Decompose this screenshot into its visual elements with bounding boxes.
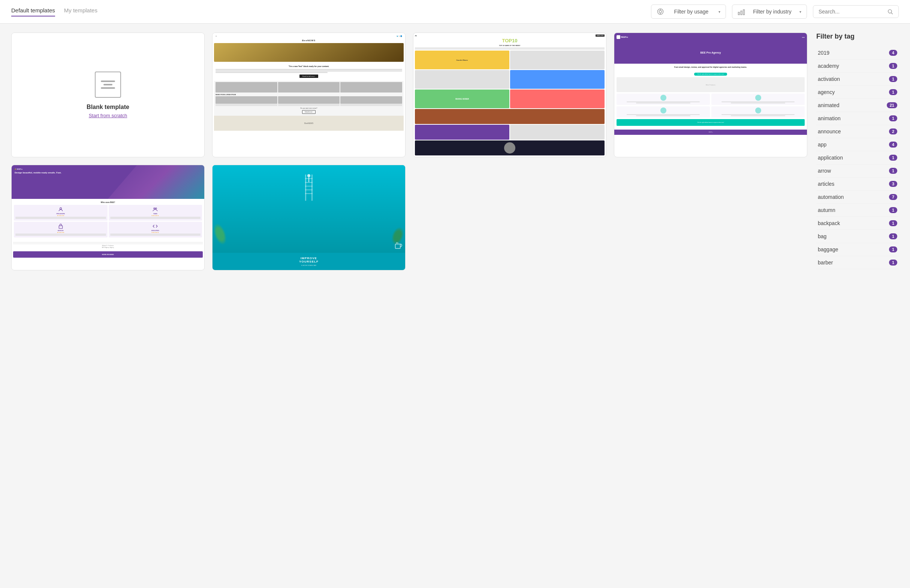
tag-badge-activation: 1 xyxy=(889,76,897,82)
tag-item-academy[interactable]: academy1 xyxy=(816,60,899,73)
beenews-template-card[interactable]: ✦🐦 𝕏 📘 BeeNEWS "I'm a new Text" block re… xyxy=(212,32,406,157)
bee-cell-freelancers: FREELANCERS ★★★★★ xyxy=(14,205,108,221)
ebook-template-card[interactable]: IMPROVEYOURSELF E-BOOK DOWNLOAD xyxy=(212,165,406,270)
bee-cell-developers: DEVELOPERS ★★★★★ xyxy=(109,222,202,237)
ebook-image-area xyxy=(212,165,405,253)
search-input[interactable] xyxy=(819,9,884,15)
beenews-text-line xyxy=(215,72,327,73)
tag-badge-agency: 1 xyxy=(889,89,897,95)
game-cell-6 xyxy=(510,89,604,108)
svg-rect-17 xyxy=(305,186,313,186)
tag-label-arrow: arrow xyxy=(818,168,831,174)
beenews-text-line xyxy=(215,69,402,70)
beenews-hero-image xyxy=(214,43,404,62)
filter-usage-button[interactable]: Filter by usage ▾ xyxy=(651,5,726,19)
beepro-content: Fast email design, review, and approval … xyxy=(614,64,807,129)
tag-badge-articles: 3 xyxy=(889,181,897,187)
ebook-subtitle: E-BOOK DOWNLOAD xyxy=(216,265,402,266)
bee-cta-button: MORE REVIEWS xyxy=(13,251,203,258)
svg-point-11 xyxy=(155,208,157,209)
agencies-stars: ★★★★★ xyxy=(15,231,106,233)
tab-default[interactable]: Default templates xyxy=(11,7,55,16)
tag-item-animation[interactable]: animation1 xyxy=(816,112,899,125)
templates-grid: Blank template Start from scratch ✦🐦 𝕏 📘… xyxy=(11,32,807,270)
beenews-logo: BeeNEWS xyxy=(214,39,404,42)
beenews-cta-button: Read the full story › xyxy=(300,74,319,78)
tag-label-application: application xyxy=(818,155,843,161)
tab-my[interactable]: My templates xyxy=(64,7,97,16)
game-cell-8 xyxy=(415,125,509,140)
feature-1 xyxy=(617,94,710,105)
game-cell-3 xyxy=(415,70,509,89)
tag-item-autumn[interactable]: autumn1 xyxy=(816,204,899,217)
tag-item-automation[interactable]: automation7 xyxy=(816,191,899,204)
teams-stars: ★★★★★ xyxy=(110,215,201,216)
filter-sidebar: Filter by tag 20194academy1activation1ag… xyxy=(816,32,899,270)
tag-badge-automation: 7 xyxy=(889,194,897,200)
tag-item-baggage[interactable]: baggage1 xyxy=(816,243,899,256)
beenews-news-label: NEWS FROM LOREM IPSUM xyxy=(215,94,402,95)
game-cell-1: Gauntlet Blaster xyxy=(415,50,509,69)
beepro-agency-card[interactable]: BEEPro ●●● BEE Pro Agency Fast email des… xyxy=(614,32,807,157)
beepro-footer: BEEPro xyxy=(614,129,807,135)
tag-badge-2019: 4 xyxy=(889,50,897,56)
bee-grid: FREELANCERS ★★★★★ TEAMS ★★★★★ xyxy=(14,205,202,237)
svg-point-9 xyxy=(60,207,62,209)
beepro-preview: BEEPro ●●● BEE Pro Agency Fast email des… xyxy=(614,33,807,135)
beenews-more-news: Do you want more news? xyxy=(215,107,402,109)
game-over-badge: GAME OVER xyxy=(596,34,604,37)
freelancers-stars: ★★★★★ xyxy=(15,215,106,216)
tag-badge-baggage: 1 xyxy=(889,246,897,252)
blank-template-subtitle: Start from scratch xyxy=(89,113,128,118)
beenews-subscribe-btn: Subscribe now › xyxy=(302,110,316,114)
tag-item-agency[interactable]: agency1 xyxy=(816,86,899,99)
tag-badge-academy: 1 xyxy=(889,63,897,69)
main-layout: Blank template Start from scratch ✦🐦 𝕏 📘… xyxy=(0,24,910,279)
tag-label-articles: articles xyxy=(818,181,834,187)
beepro-header: BEEPro ●●● xyxy=(614,33,807,41)
tag-badge-animation: 1 xyxy=(889,115,897,121)
tag-item-barber[interactable]: barber1 xyxy=(816,256,899,269)
game-cell-2 xyxy=(510,50,604,69)
tag-item-app[interactable]: app4 xyxy=(816,138,899,151)
svg-rect-16 xyxy=(305,182,313,183)
feature-2 xyxy=(711,94,805,105)
tabs: Default templates My templates xyxy=(11,7,97,16)
beepro-hero: BEE Pro Agency xyxy=(614,41,807,64)
game-cell-10 xyxy=(415,141,604,155)
game-cell-9 xyxy=(510,125,604,140)
tag-badge-autumn: 1 xyxy=(889,207,897,213)
blank-template-card[interactable]: Blank template Start from scratch xyxy=(11,32,205,157)
filter-industry-button[interactable]: Filter by industry ▾ xyxy=(732,5,807,19)
tag-item-2019[interactable]: 20194 xyxy=(816,47,899,60)
beenews-news-section: NEWS FROM LOREM IPSUM Do you want more n… xyxy=(214,81,404,116)
tag-item-announce[interactable]: announce2 xyxy=(816,125,899,138)
svg-point-7 xyxy=(888,10,892,13)
tag-item-animated[interactable]: animated21 xyxy=(816,99,899,112)
bee-header: 🐝 BEEPro Design beautiful, mobile-ready … xyxy=(11,165,204,199)
bee-cell-agencies: AGENCIES ★★★★★ xyxy=(14,222,108,237)
beenews-footer-image: BeeNEWS xyxy=(214,116,404,131)
ebook-figure xyxy=(298,173,320,204)
tag-badge-bag: 1 xyxy=(889,233,897,239)
tag-item-bag[interactable]: bag1 xyxy=(816,230,899,243)
beepro-features xyxy=(617,94,805,118)
tag-item-backpack[interactable]: backpack1 xyxy=(816,217,899,230)
blank-template-icon xyxy=(95,71,121,98)
tag-label-backpack: backpack xyxy=(818,220,840,226)
tag-item-activation[interactable]: activation1 xyxy=(816,73,899,86)
search-box[interactable] xyxy=(813,5,899,18)
tag-label-bag: bag xyxy=(818,233,826,239)
filter-by-tag-title: Filter by tag xyxy=(816,32,899,40)
tag-item-arrow[interactable]: arrow1 xyxy=(816,165,899,178)
tag-item-application[interactable]: application1 xyxy=(816,151,899,165)
game-template-card[interactable]: 🎮 GAME OVER TOP10 TOP 10 GAME OF THE WEE… xyxy=(413,32,606,157)
tag-badge-barber: 1 xyxy=(889,260,897,265)
tag-badge-backpack: 1 xyxy=(889,220,897,226)
game-preview: 🎮 GAME OVER TOP10 TOP 10 GAME OF THE WEE… xyxy=(413,33,606,157)
bee-whouses-card[interactable]: 🐝 BEEPro Design beautiful, mobile-ready … xyxy=(11,165,205,270)
svg-point-20 xyxy=(307,174,310,177)
svg-rect-12 xyxy=(59,226,62,228)
blank-template-title: Blank template xyxy=(87,104,129,110)
tag-item-articles[interactable]: articles3 xyxy=(816,178,899,191)
